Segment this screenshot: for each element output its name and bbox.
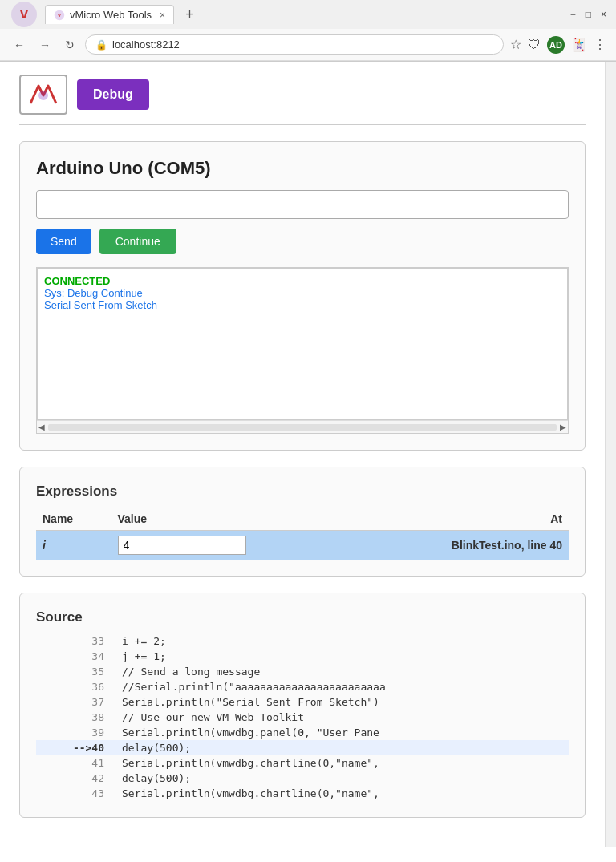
vmicro-favicon-icon: v: [10, 0, 38, 29]
source-title: Source: [36, 609, 569, 625]
col-at-header: At: [355, 508, 569, 531]
debug-button[interactable]: Debug: [77, 79, 149, 110]
line-number: 39: [36, 725, 117, 740]
lock-icon: 🔒: [95, 39, 107, 51]
close-button[interactable]: ×: [601, 9, 606, 20]
expr-value-cell[interactable]: [111, 531, 355, 561]
source-line-36: 36 //Serial.println("aaaaaaaaaaaaaaaaaaa…: [36, 679, 569, 694]
shield-icon[interactable]: 🛡: [528, 38, 541, 52]
line-number: 36: [36, 679, 117, 694]
tab-title: vMicro Web Tools: [70, 9, 152, 21]
url-text: localhost:8212: [112, 38, 180, 51]
expression-row: i BlinkTest.ino, line 40: [36, 531, 569, 561]
expr-value-input[interactable]: [118, 536, 246, 555]
expressions-card: Expressions Name Value At i: [19, 467, 586, 577]
source-table: 33 i += 2; 34 j += 1; 35 // Send a long …: [36, 633, 569, 801]
minimize-button[interactable]: −: [570, 9, 576, 20]
svg-text:v: v: [58, 11, 61, 17]
vmicro-logo-icon: [27, 79, 59, 110]
expressions-header-row: Name Value At: [36, 508, 569, 531]
logo-area: Debug: [19, 75, 586, 115]
source-line-35: 35 // Send a long message: [36, 664, 569, 679]
line-number: 34: [36, 649, 117, 664]
title-bar: v v vMicro Web Tools × + − □ ×: [0, 0, 616, 29]
expressions-header: Name Value At: [36, 508, 569, 531]
line-number: 35: [36, 664, 117, 679]
line-number: 37: [36, 694, 117, 710]
source-line-43: 43 Serial.println(vmwdbg.chartline(0,"na…: [36, 786, 569, 801]
menu-icon[interactable]: ⋮: [594, 37, 606, 52]
line-number: 43: [36, 786, 117, 801]
col-value-header: Value: [111, 508, 355, 531]
new-tab-button[interactable]: +: [180, 5, 199, 25]
terminal-sys-line: Sys: Debug Continue: [44, 287, 561, 299]
line-number: 42: [36, 771, 117, 786]
maximize-button[interactable]: □: [586, 9, 591, 20]
source-code: i += 2;: [117, 633, 569, 649]
star-icon[interactable]: ☆: [510, 37, 521, 52]
source-code: Serial.println(vmwdbg.chartline(0,"name"…: [117, 755, 569, 771]
source-line-40: -->40 delay(500);: [36, 740, 569, 755]
browser-tab[interactable]: v vMicro Web Tools ×: [45, 5, 174, 24]
source-code: // Send a long message: [117, 664, 569, 679]
back-button[interactable]: ←: [10, 37, 29, 53]
scroll-track: [48, 424, 557, 431]
source-code: delay(500);: [117, 771, 569, 786]
source-code: //Serial.println("aaaaaaaaaaaaaaaaaaaaaa…: [117, 679, 569, 694]
tab-close-button[interactable]: ×: [160, 10, 165, 21]
line-number: 33: [36, 633, 117, 649]
page-content: Debug Arduino Uno (COM5) Send Continue C…: [0, 62, 605, 847]
browser-body: Debug Arduino Uno (COM5) Send Continue C…: [0, 62, 616, 847]
address-bar: ← → ↻ 🔒 localhost:8212 ☆ 🛡 AD 🃏 ⋮: [0, 29, 616, 61]
line-number: 41: [36, 755, 117, 771]
source-code: delay(500);: [117, 740, 569, 755]
source-code: // Use our new VM Web Toolkit: [117, 710, 569, 725]
forward-button[interactable]: →: [35, 37, 55, 53]
window-controls: − □ ×: [570, 9, 606, 20]
expressions-body: i BlinkTest.ino, line 40: [36, 531, 569, 561]
extension-icon[interactable]: 🃏: [571, 37, 587, 52]
col-name-header: Name: [36, 508, 111, 531]
source-line-41: 41 Serial.println(vmwdbg.chartline(0,"na…: [36, 755, 569, 771]
terminal-container: CONNECTED Sys: Debug Continue Serial Sen…: [36, 267, 569, 434]
serial-input[interactable]: [36, 190, 569, 219]
horizontal-scrollbar[interactable]: ◀ ▶: [37, 420, 568, 433]
address-bar-actions: ☆ 🛡 AD 🃏 ⋮: [510, 36, 606, 54]
terminal-serial-line: Serial Sent From Sketch: [44, 299, 561, 311]
tab-favicon-icon: v: [54, 10, 65, 21]
terminal-output[interactable]: CONNECTED Sys: Debug Continue Serial Sen…: [37, 268, 568, 420]
source-code: Serial.println(vmwdbg.panel(0, "User Pan…: [117, 725, 569, 740]
source-line-37: 37 Serial.println("Serial Sent From Sket…: [36, 694, 569, 710]
svg-text:v: v: [20, 6, 28, 22]
svg-point-4: [38, 91, 48, 100]
expr-at-cell: BlinkTest.ino, line 40: [355, 531, 569, 561]
source-line-39: 39 Serial.println(vmwdbg.panel(0, "User …: [36, 725, 569, 740]
refresh-button[interactable]: ↻: [61, 37, 79, 53]
terminal-connected-status: CONNECTED: [44, 275, 561, 287]
logo-box: [19, 75, 67, 115]
account-icon[interactable]: AD: [547, 36, 565, 54]
action-buttons: Send Continue: [36, 229, 569, 254]
expressions-table: Name Value At i BlinkTest.ino, line 40: [36, 508, 569, 560]
continue-button[interactable]: Continue: [99, 229, 176, 254]
line-number-arrow: -->40: [36, 740, 117, 755]
line-number: 38: [36, 710, 117, 725]
arduino-card: Arduino Uno (COM5) Send Continue CONNECT…: [19, 141, 586, 451]
scroll-right-icon[interactable]: ▶: [560, 423, 566, 431]
source-card: Source 33 i += 2; 34 j += 1; 35 // Send …: [19, 593, 586, 818]
expr-name-cell: i: [36, 531, 111, 561]
url-bar[interactable]: 🔒 localhost:8212: [85, 34, 504, 55]
expressions-title: Expressions: [36, 484, 569, 500]
source-line-42: 42 delay(500);: [36, 771, 569, 786]
source-line-33: 33 i += 2;: [36, 633, 569, 649]
expr-at-text: BlinkTest.ino, line 40: [452, 539, 562, 552]
title-bar-left: v v vMicro Web Tools × +: [10, 0, 199, 29]
source-line-38: 38 // Use our new VM Web Toolkit: [36, 710, 569, 725]
header-divider: [19, 124, 586, 125]
arduino-title: Arduino Uno (COM5): [36, 158, 569, 179]
scroll-left-icon[interactable]: ◀: [38, 423, 45, 431]
browser-scrollbar[interactable]: [605, 62, 616, 847]
send-button[interactable]: Send: [36, 229, 91, 254]
source-line-34: 34 j += 1;: [36, 649, 569, 664]
source-code: Serial.println("Serial Sent From Sketch"…: [117, 694, 569, 710]
